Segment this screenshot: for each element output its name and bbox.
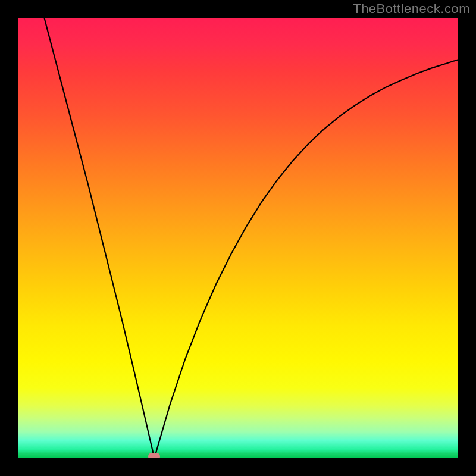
chart-frame: TheBottleneck.com [0,0,476,476]
curve-path [44,18,458,458]
vertex-marker [148,453,160,458]
bottleneck-curve [18,18,458,458]
plot-area [18,18,458,458]
watermark-text: TheBottleneck.com [353,1,470,17]
